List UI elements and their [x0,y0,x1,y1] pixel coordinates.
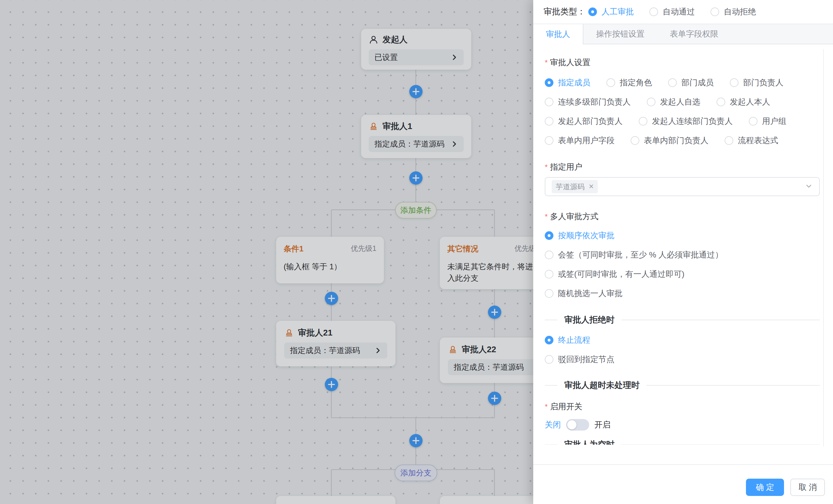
radio-circle-icon [545,336,553,345]
radio-sequential-approval[interactable]: 按顺序依次审批 [545,230,615,241]
radio-return-to-node[interactable]: 驳回到指定节点 [545,354,615,365]
approver-type-row1: 指定成员 指定角色 部门成员 部门负责人 [545,77,820,88]
approver-setting-label: * 审批人设置 [545,57,820,68]
switch-on-label: 开启 [594,419,611,430]
radio-circle-icon [545,231,553,240]
cancel-button[interactable]: 取 消 [790,479,825,496]
approver-type-row4: 表单内用户字段 表单内部门负责人 流程表达式 [545,135,820,146]
radio-circle-icon [545,289,553,298]
empty-approver-divider: 审批人为空时 [545,439,820,445]
tab-form-field-permissions[interactable]: 表单字段权限 [657,24,731,44]
radio-circle-icon [545,355,553,364]
timeout-divider: 审批人超时未处理时 [545,380,820,391]
radio-multi-level-dept-leader[interactable]: 连续多级部门负责人 [545,97,630,107]
approver-type-row3: 发起人部门负责人 发起人连续部门负责人 用户组 [545,116,820,127]
radio-circle-icon [606,78,615,87]
timeout-switch-row: 关闭 开启 [545,419,820,431]
multi-mode-label: * 多人审批方式 [545,211,820,222]
drawer-footer: 确 定 取 消 [746,479,825,496]
radio-circle-icon [588,7,597,16]
radio-auto-approve[interactable]: 自动通过 [649,6,695,17]
workflow-designer: 发起人 已设置 审批人1 指定成员：芋道源码 [0,0,833,504]
footer-divider [533,464,833,465]
radio-circle-icon [668,78,677,87]
radio-form-user-field[interactable]: 表单内用户字段 [545,135,615,146]
chevron-down-icon [805,182,813,191]
scrollbar-track[interactable] [823,49,824,446]
settings-tabs: 审批人 操作按钮设置 表单字段权限 [533,24,833,44]
radio-or-sign[interactable]: 或签(可同时审批，有一人通过即可) [545,269,685,280]
assign-user-label: * 指定用户 [545,161,820,173]
required-asterisk: * [545,212,548,221]
radio-circle-icon [711,7,719,16]
radio-assigned-member[interactable]: 指定成员 [545,77,590,88]
tab-action-buttons[interactable]: 操作按钮设置 [584,24,657,44]
approver-settings-drawer: 审批类型： 人工审批 自动通过 自动拒绝 审批人 操作按钮设置 表单字段权限 [533,0,833,504]
enable-switch-label: * 启用开关 [545,401,820,412]
radio-circle-icon [630,136,639,145]
radio-circle-icon [639,117,647,126]
switch-off-label: 关闭 [545,419,561,430]
radio-circle-icon [545,136,553,145]
radio-circle-icon [545,270,553,278]
drawer-body[interactable]: * 审批人设置 指定成员 指定角色 部门成员 部门负责人 连续多级部门负责人 发… [533,44,833,445]
switch-knob [567,420,576,429]
selected-user-tag: 芋道源码 ✕ [552,180,598,193]
tag-close-icon[interactable]: ✕ [589,183,594,190]
radio-circle-icon [545,98,553,106]
radio-circle-icon [545,251,553,259]
required-asterisk: * [545,402,548,411]
radio-dept-leader[interactable]: 部门负责人 [730,77,783,88]
confirm-button[interactable]: 确 定 [746,479,784,496]
radio-circle-icon [724,136,733,145]
approval-type-label: 审批类型： [544,6,586,18]
required-asterisk: * [545,58,548,67]
radio-random-one[interactable]: 随机挑选一人审批 [545,288,623,299]
radio-terminate-process[interactable]: 终止流程 [545,335,590,346]
timeout-enable-switch[interactable] [566,419,589,431]
radio-circle-icon [545,117,553,126]
assign-user-select[interactable]: 芋道源码 ✕ [545,177,820,196]
radio-circle-icon [647,98,656,106]
radio-initiator-self[interactable]: 发起人本人 [717,97,770,107]
radio-circle-icon [749,117,758,126]
radio-auto-reject[interactable]: 自动拒绝 [711,6,756,17]
radio-manual-approval[interactable]: 人工审批 [588,6,634,17]
radio-process-expression[interactable]: 流程表达式 [724,135,778,146]
radio-assigned-role[interactable]: 指定角色 [606,77,652,88]
radio-circle-icon [545,78,553,87]
radio-initiator-dept-leader[interactable]: 发起人部门负责人 [545,116,623,127]
required-asterisk: * [545,163,548,172]
radio-user-group[interactable]: 用户组 [749,116,786,127]
radio-initiator-multi-dept-leader[interactable]: 发起人连续部门负责人 [639,116,733,127]
reject-divider: 审批人拒绝时 [545,314,820,325]
radio-circle-icon [730,78,738,87]
radio-dept-member[interactable]: 部门成员 [668,77,714,88]
radio-circle-icon [717,98,725,106]
radio-form-dept-leader[interactable]: 表单内部门负责人 [630,135,709,146]
radio-circle-icon [649,7,658,16]
radio-initiator-select[interactable]: 发起人自选 [647,97,700,107]
tab-approver[interactable]: 审批人 [533,24,584,44]
approval-type-row: 审批类型： 人工审批 自动通过 自动拒绝 [533,0,833,24]
radio-countersign[interactable]: 会签（可同时审批，至少 % 人必须审批通过） [545,249,723,260]
approver-type-row2: 连续多级部门负责人 发起人自选 发起人本人 [545,97,820,107]
